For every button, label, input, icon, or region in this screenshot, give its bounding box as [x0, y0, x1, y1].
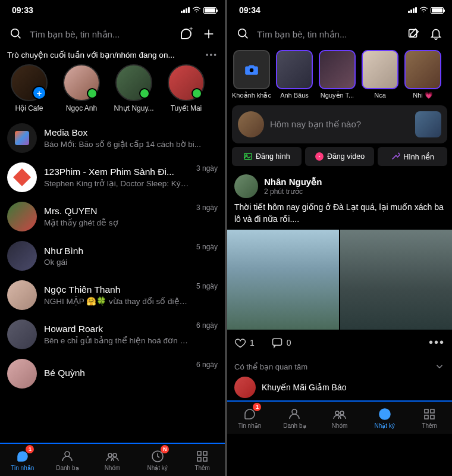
chat-avatar: [7, 123, 37, 153]
story-name: Hội Cafe: [15, 104, 43, 112]
tab-tin-nhắn[interactable]: Tin nhắn1: [227, 402, 272, 434]
chat-avatar: [7, 280, 37, 310]
top-bar: [227, 20, 452, 48]
signal-icon: [181, 7, 190, 13]
status-bar: 09:34: [227, 0, 452, 20]
moment-item[interactable]: Nca: [360, 50, 400, 99]
composer-avatar: [238, 111, 264, 137]
chat-preview: Mặt thấy ghét dễ sợ: [44, 218, 189, 227]
svg-point-21: [292, 409, 297, 414]
tab-danh-bạ[interactable]: Danh bạ: [45, 444, 90, 476]
story-item[interactable]: Nhựt Nguy...: [111, 64, 157, 112]
svg-point-22: [335, 411, 339, 415]
search-input[interactable]: [257, 29, 400, 39]
bell-icon[interactable]: [427, 25, 445, 43]
suggestion-item[interactable]: Khuyến Mãi Giảm Báo: [227, 374, 452, 400]
search-icon[interactable]: [7, 25, 25, 43]
story-name: Tuyết Mai: [171, 104, 202, 112]
moment-label: Khoảnh khắc: [232, 92, 271, 99]
tab-tin-nhắn[interactable]: Tin nhắn1: [0, 444, 45, 476]
tab-label: Tin nhắn: [238, 422, 261, 429]
chat-time: 6 ngày: [196, 321, 218, 330]
chat-item[interactable]: Như BìnhOk gái5 ngày: [0, 236, 225, 275]
tab-label: Danh bạ: [56, 465, 79, 471]
phone-timeline: 09:34 Khoảnh khắcAnh BâusNguyễn T...NcaN…: [227, 0, 452, 476]
like-button[interactable]: 1: [234, 337, 255, 349]
suggestion-avatar: [234, 377, 256, 398]
tab-thêm[interactable]: Thêm: [407, 402, 452, 434]
story-name: Nhựt Nguy...: [114, 104, 153, 112]
chevron-down-icon[interactable]: [434, 361, 445, 372]
post-avatar[interactable]: [234, 174, 258, 198]
action-đăng-video[interactable]: Đăng video: [305, 147, 375, 166]
chat-item[interactable]: 123Phim - Xem Phim Sành Đi...Stephen Kin…: [0, 158, 225, 197]
action-đăng-hình[interactable]: Đăng hình: [232, 147, 302, 166]
moment-thumb: [362, 50, 398, 89]
badge: 1: [253, 403, 261, 411]
grid-icon: [195, 449, 209, 464]
svg-rect-25: [425, 409, 428, 413]
moment-item[interactable]: Anh Bâus: [275, 50, 314, 99]
subheader: Trò chuyện cuối tuần với bạn/nhóm đang o…: [0, 48, 225, 64]
tab-danh-bạ[interactable]: Danh bạ: [272, 402, 318, 434]
moment-item[interactable]: Khoảnh khắc: [232, 50, 271, 99]
tab-nhật-ký[interactable]: Nhật ký: [362, 402, 407, 434]
clock-icon: [378, 407, 392, 421]
post-more-icon[interactable]: •••: [429, 336, 445, 349]
chat-item[interactable]: Ngọc Thiên ThanhNGHI MẬP 🤗🍀 vừa thay đổi…: [0, 275, 225, 315]
chat-preview: Stephen King trở lại, Doctor Sleep: Ký Ứ…: [44, 178, 189, 188]
post-image[interactable]: [340, 230, 452, 330]
story-item[interactable]: Ngọc Anh: [58, 64, 105, 112]
action-hình-nền[interactable]: Hình nền: [378, 147, 447, 166]
tab-nhóm[interactable]: Nhóm: [317, 402, 362, 434]
suggestions-title: Có thể bạn quan tâm: [234, 362, 307, 371]
search-input[interactable]: [30, 29, 172, 39]
story-item[interactable]: Tuyết Mai: [163, 64, 209, 112]
search-icon[interactable]: [234, 25, 252, 43]
contact-icon: [287, 407, 302, 421]
compose-icon[interactable]: [404, 25, 422, 43]
moment-item[interactable]: Nhi 💗: [403, 50, 442, 99]
comment-button[interactable]: 0: [271, 337, 291, 349]
tab-label: Nhóm: [332, 422, 348, 429]
signal-icon: [408, 7, 417, 13]
top-bar: +: [0, 20, 225, 48]
suggestions-header: Có thể bạn quan tâm: [227, 356, 452, 374]
chat-item[interactable]: Howard RoarkBên e chỉ gửi bảng thể hiện …: [0, 315, 225, 354]
svg-rect-12: [203, 458, 207, 461]
svg-line-1: [18, 36, 21, 39]
feed-post: Nhân Nguyễn 2 phút trước Thời tiết hôm n…: [227, 171, 452, 356]
moment-thumb: [233, 50, 270, 89]
new-chat-icon[interactable]: +: [177, 25, 195, 43]
post-reactions: 1 0 •••: [234, 330, 445, 353]
moment-thumb: [319, 50, 356, 89]
chat-avatar: [7, 320, 37, 349]
composer-actions: Đăng hìnhĐăng videoHình nền: [227, 147, 452, 171]
post-images[interactable]: [227, 230, 452, 330]
tab-label: Nhóm: [105, 465, 121, 471]
moment-thumb: [276, 50, 313, 89]
moment-item[interactable]: Nguyễn T...: [318, 50, 357, 99]
tab-nhóm[interactable]: Nhóm: [90, 444, 135, 476]
chat-item[interactable]: Bé Quỳnh6 ngày: [0, 354, 225, 393]
composer[interactable]: Hôm nay bạn thế nào?: [232, 105, 447, 143]
tab-thêm[interactable]: Thêm: [180, 444, 225, 476]
contact-icon: [60, 449, 74, 464]
svg-rect-11: [197, 458, 201, 461]
plus-icon[interactable]: [200, 25, 218, 43]
phone-messages: 09:33 + Trò chuyện cuối tuần với bạn/nhó…: [0, 0, 225, 476]
story-avatar: [11, 64, 48, 101]
action-icon: [391, 152, 400, 161]
svg-point-7: [113, 453, 117, 457]
battery-icon: [431, 7, 444, 14]
battery-icon: [203, 7, 216, 14]
action-label: Hình nền: [403, 152, 434, 161]
post-image[interactable]: [227, 230, 339, 330]
svg-text:+: +: [189, 27, 193, 32]
chat-item[interactable]: Mrs. QUYENMặt thấy ghét dễ sợ3 ngày: [0, 197, 225, 236]
post-author[interactable]: Nhân Nguyễn: [264, 177, 322, 187]
story-item[interactable]: Hội Cafe: [6, 64, 52, 112]
tab-nhật-ký[interactable]: Nhật kýN: [135, 444, 180, 476]
chat-item[interactable]: Media BoxBáo Mới: Bão số 6 giật cấp 14 c…: [0, 118, 225, 158]
more-icon[interactable]: •••: [206, 51, 218, 60]
